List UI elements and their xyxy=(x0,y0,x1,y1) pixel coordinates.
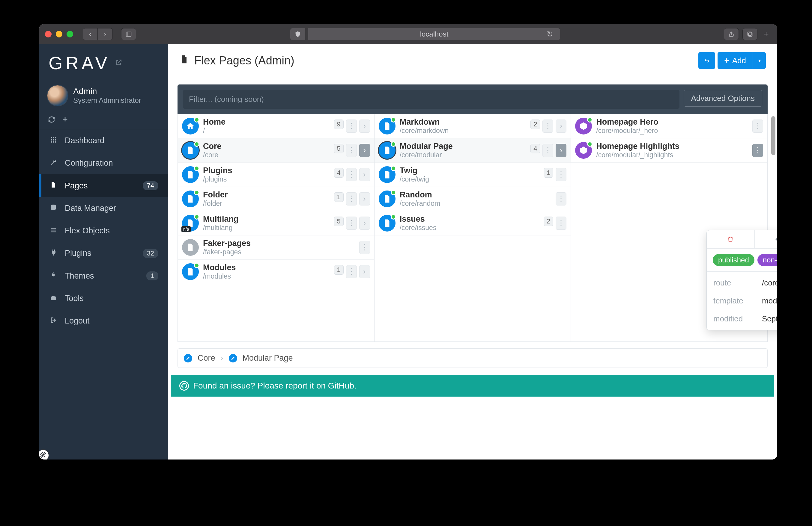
sidebar-item-plugins[interactable]: Plugins32 xyxy=(39,242,168,265)
sidebar-item-dashboard[interactable]: Dashboard xyxy=(39,130,168,152)
more-icon[interactable]: ⋮ xyxy=(346,265,357,278)
more-icon[interactable]: ⋮ xyxy=(556,192,566,206)
expand-icon[interactable]: › xyxy=(359,265,370,278)
user-role: System Administrator xyxy=(73,96,141,105)
sidebar-item-configuration[interactable]: Configuration xyxy=(39,152,168,174)
page-row[interactable]: Faker-pages/faker-pages⋮ xyxy=(178,236,374,260)
scrollbar-thumb[interactable] xyxy=(771,116,775,155)
sidebar-item-data-manager[interactable]: Data Manager xyxy=(39,197,168,220)
sync-icon[interactable] xyxy=(48,116,55,125)
page-row[interactable]: Modules/modules1⋮› xyxy=(178,260,374,284)
expand-icon[interactable]: › xyxy=(556,120,566,133)
avatar xyxy=(47,85,68,106)
more-icon[interactable]: ⋮ xyxy=(752,144,763,157)
sidebar-item-pages[interactable]: Pages74 xyxy=(39,174,168,197)
page-row-title: Markdown xyxy=(400,117,526,127)
sidebar-item-flex-objects[interactable]: Flex Objects xyxy=(39,220,168,242)
breadcrumb: Core›Modular Page xyxy=(177,348,768,368)
tabs-icon[interactable] xyxy=(742,28,757,40)
child-count: 1 xyxy=(543,168,553,178)
more-icon[interactable]: ⋮ xyxy=(556,168,566,181)
advanced-options-button[interactable]: Advanced Options xyxy=(684,90,762,107)
maximize-window[interactable] xyxy=(67,31,73,37)
expand-icon[interactable]: › xyxy=(359,192,370,206)
page-row-title: Homepage Highlights xyxy=(596,141,748,151)
expand-icon[interactable]: › xyxy=(359,216,370,230)
more-icon[interactable]: ⋮ xyxy=(542,120,553,133)
page-row[interactable]: Homepage Highlights/core/modular/_highli… xyxy=(571,138,767,163)
user-info[interactable]: Admin System Administrator xyxy=(39,80,168,113)
debug-icon[interactable]: 🛠 xyxy=(39,449,49,460)
move-icon[interactable] xyxy=(755,230,777,248)
page-row[interactable]: Core/core5⋮› xyxy=(178,138,374,163)
page-details-popover: publishednon-visiblenon-routable route/c… xyxy=(707,230,777,330)
more-icon[interactable]: ⋮ xyxy=(346,144,357,157)
sidebar-item-logout[interactable]: Logout xyxy=(39,310,168,332)
privacy-icon[interactable] xyxy=(290,28,305,40)
breadcrumb-item[interactable]: Core xyxy=(198,354,215,363)
page-row[interactable]: Folder/folder1⋮› xyxy=(178,187,374,211)
external-link-icon[interactable] xyxy=(115,59,122,68)
sidebar-quick-actions xyxy=(39,113,168,130)
expand-icon[interactable]: › xyxy=(556,144,566,157)
filter-input[interactable] xyxy=(183,90,680,109)
column-0: Home/9⋮›Core/core5⋮›Plugins/plugins4⋮›Fo… xyxy=(178,114,375,342)
more-icon[interactable]: ⋮ xyxy=(752,120,763,133)
sidebar-item-label: Plugins xyxy=(65,249,91,258)
page-row-title: Issues xyxy=(400,214,540,224)
add-icon[interactable] xyxy=(62,116,68,125)
svg-rect-3 xyxy=(749,33,752,36)
more-icon[interactable]: ⋮ xyxy=(346,192,357,206)
expand-icon[interactable]: › xyxy=(359,144,370,157)
add-caret[interactable]: ▾ xyxy=(753,52,766,69)
sidebar-item-label: Logout xyxy=(65,316,90,326)
page-row[interactable]: Markdown/core/markdown2⋮› xyxy=(375,114,571,138)
sidebar-toggle[interactable] xyxy=(121,28,136,40)
page-row[interactable]: Homepage Hero/core/modular/_hero⋮ xyxy=(571,114,767,138)
page-row-title: Modular Page xyxy=(400,141,526,151)
page-row[interactable]: n/aMultilang/multilang5⋮› xyxy=(178,211,374,236)
new-tab-icon[interactable]: + xyxy=(761,29,771,39)
delete-icon[interactable] xyxy=(707,230,755,248)
more-icon[interactable]: ⋮ xyxy=(556,216,566,230)
back-button[interactable] xyxy=(698,52,715,69)
page-row[interactable]: Issues/core/issues2⋮ xyxy=(375,211,571,236)
reload-icon[interactable]: ↻ xyxy=(547,30,553,39)
page-type-icon: n/a xyxy=(182,215,199,231)
github-notice[interactable]: Found an issue? Please report it on GitH… xyxy=(171,375,774,396)
page-row[interactable]: Home/9⋮› xyxy=(178,114,374,138)
sidebar-item-themes[interactable]: Themes1 xyxy=(39,265,168,287)
breadcrumb-icon xyxy=(184,354,192,362)
case-icon xyxy=(48,294,58,303)
expand-icon[interactable]: › xyxy=(359,168,370,181)
more-icon[interactable]: ⋮ xyxy=(359,241,370,254)
page-row[interactable]: Twig/core/twig1⋮ xyxy=(375,163,571,187)
url-bar[interactable]: localhost xyxy=(308,28,560,40)
more-icon[interactable]: ⋮ xyxy=(346,120,357,133)
more-icon[interactable]: ⋮ xyxy=(346,168,357,181)
page-row-path: /core/issues xyxy=(400,224,540,232)
close-window[interactable] xyxy=(45,31,52,37)
expand-icon[interactable]: › xyxy=(359,120,370,133)
page-row-path: /faker-pages xyxy=(203,248,355,256)
page-row-title: Core xyxy=(203,141,330,151)
page-row[interactable]: Random/core/random⋮ xyxy=(375,187,571,211)
user-name: Admin xyxy=(73,87,141,96)
page-row-title: Twig xyxy=(400,166,540,175)
page-row-path: /core/modular/_hero xyxy=(596,127,748,135)
browser-forward[interactable]: › xyxy=(98,28,113,40)
sidebar-item-tools[interactable]: Tools xyxy=(39,287,168,310)
minimize-window[interactable] xyxy=(56,31,62,37)
more-icon[interactable]: ⋮ xyxy=(346,216,357,230)
nav-badge: 32 xyxy=(143,249,158,258)
page-row[interactable]: Plugins/plugins4⋮› xyxy=(178,163,374,187)
add-button[interactable]: Add ▾ xyxy=(717,52,766,69)
traffic-lights xyxy=(45,31,73,37)
svg-rect-12 xyxy=(53,141,54,142)
breadcrumb-item[interactable]: Modular Page xyxy=(243,354,293,363)
browser-back[interactable]: ‹ xyxy=(83,28,98,40)
logout-icon xyxy=(48,317,58,326)
page-row[interactable]: Modular Page/core/modular4⋮› xyxy=(375,138,571,163)
more-icon[interactable]: ⋮ xyxy=(542,144,553,157)
share-icon[interactable] xyxy=(724,28,739,40)
